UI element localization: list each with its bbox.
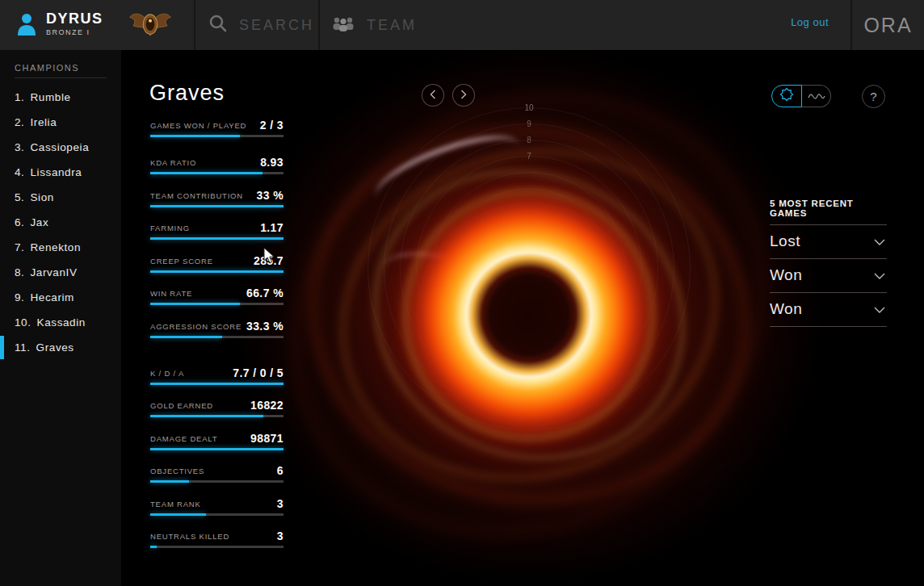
user-name: DYRUS	[46, 10, 103, 27]
chevron-down-icon	[874, 302, 885, 316]
team-label: TEAM	[367, 17, 417, 34]
radar-tick: 10	[518, 103, 540, 112]
user-rank: BRONZE I	[46, 28, 103, 36]
stat-bar-track	[150, 237, 284, 240]
stat-bar-track	[150, 383, 284, 385]
stat-bar-track	[150, 135, 284, 137]
stat-row-win-rate: WIN RATE66.7 %	[150, 287, 284, 305]
sidebar-item-cassiopeia[interactable]: 3.Cassiopeia	[0, 135, 121, 160]
team-button[interactable]: TEAM	[318, 0, 430, 50]
bronze-rank-badge-icon	[128, 7, 173, 46]
stat-row-aggression-score: AGGRESSION SCORE33.3 %	[150, 320, 284, 338]
stat-bar-fill	[150, 237, 284, 240]
active-item-indicator	[0, 336, 4, 359]
sidebar-item-jax[interactable]: 6.Jax	[0, 210, 121, 235]
main-content: 10 9 8 7 Graves GAMES WON / PLAYED2 / 3 …	[121, 50, 924, 586]
mouse-cursor	[263, 247, 275, 267]
stat-bar-track	[150, 448, 284, 450]
stat-bar-fill	[150, 336, 222, 338]
stat-bar-track	[150, 415, 284, 417]
recent-game-dropdown-2[interactable]: Won	[770, 259, 887, 293]
sidebar-item-sion[interactable]: 5.Sion	[0, 185, 121, 210]
champion-stats-list: GAMES WON / PLAYED2 / 3 KDA RATIO8.93 TE…	[150, 119, 284, 563]
next-champion-button[interactable]	[452, 84, 475, 107]
stat-bar-fill	[150, 270, 284, 273]
radar-chart-icon	[780, 88, 793, 104]
sidebar-item-jarvaniv[interactable]: 8.JarvanIV	[0, 260, 121, 285]
stat-bar-track	[150, 513, 284, 516]
stat-bar-track	[150, 303, 284, 305]
stat-row-objectives: OBJECTIVES6	[150, 465, 284, 483]
graph-view-button[interactable]	[802, 85, 831, 107]
stat-bar-fill	[150, 135, 240, 137]
stat-bar-track	[150, 270, 284, 273]
champions-sidebar: CHAMPIONS 1.Rumble 2.Irelia 3.Cassiopeia…	[0, 50, 121, 586]
stat-bar-fill	[150, 448, 284, 450]
stat-row-kda-ratio: KDA RATIO8.93	[150, 157, 284, 174]
stat-row-kda: K / D / A7.7 / 0 / 5	[150, 367, 284, 385]
team-icon	[331, 16, 355, 35]
stat-bar-track	[150, 172, 284, 174]
search-label: SEARCH	[239, 17, 314, 34]
search-button[interactable]: SEARCH	[194, 0, 318, 50]
stat-bar-fill	[150, 205, 284, 207]
sidebar-item-kassadin[interactable]: 10.Kassadin	[0, 310, 121, 335]
champion-title: Graves	[149, 81, 225, 106]
sidebar-item-irelia[interactable]: 2.Irelia	[0, 110, 121, 135]
stat-bar-fill	[150, 415, 263, 417]
stat-bar-fill	[150, 172, 262, 174]
stat-row-team-contribution: TEAM CONTRIBUTION33 %	[150, 190, 284, 207]
stat-bar-fill	[150, 480, 189, 483]
stat-row-gold-earned: GOLD EARNED16822	[150, 400, 284, 417]
help-button[interactable]: ?	[862, 85, 885, 108]
stat-bar-track	[150, 546, 284, 548]
sidebar-item-graves[interactable]: 11.Graves	[0, 335, 121, 360]
sidebar-item-lissandra[interactable]: 4.Lissandra	[0, 160, 121, 185]
stat-row-damage-dealt: DAMAGE DEALT98871	[150, 433, 284, 450]
stat-bar-fill	[150, 513, 206, 516]
chevron-left-icon	[430, 88, 436, 103]
stat-row-games-won-played: GAMES WON / PLAYED2 / 3	[150, 119, 284, 137]
radar-tick: 8	[518, 136, 540, 144]
previous-champion-button[interactable]	[422, 84, 444, 107]
sidebar-item-hecarim[interactable]: 9.Hecarim	[0, 285, 121, 310]
stat-bar-track	[150, 480, 284, 483]
sidebar-divider	[15, 77, 107, 78]
chevron-down-icon	[874, 268, 885, 283]
user-avatar-icon	[16, 11, 37, 40]
stat-bar-fill	[150, 303, 240, 305]
sidebar-item-renekton[interactable]: 7.Renekton	[0, 235, 121, 260]
sidebar-item-rumble[interactable]: 1.Rumble	[0, 85, 121, 110]
stat-bar-track	[150, 336, 284, 338]
stat-row-team-rank: TEAM RANK3	[150, 498, 284, 516]
chevron-down-icon	[874, 234, 885, 249]
stat-row-farming: FARMING1.17	[150, 222, 284, 240]
stat-bar-fill	[150, 546, 157, 548]
stat-bar-track	[150, 205, 284, 207]
radar-view-button[interactable]	[771, 85, 802, 107]
radar-tick: 7	[518, 152, 540, 161]
stat-row-neutrals-killed: NEUTRALS KILLED3	[150, 530, 284, 548]
view-toggle	[771, 85, 831, 107]
search-icon	[208, 14, 228, 36]
wave-line-icon	[808, 89, 825, 103]
brand-logo: ORA	[852, 0, 924, 50]
chevron-right-icon	[460, 88, 467, 103]
recent-games-panel: 5 MOST RECENT GAMES Lost Won Won	[770, 199, 887, 327]
recent-games-title: 5 MOST RECENT GAMES	[770, 199, 887, 225]
top-bar: DYRUS BRONZE I SEARCH TEAM Log out O	[0, 0, 924, 50]
recent-game-dropdown-1[interactable]: Lost	[770, 225, 887, 259]
recent-game-dropdown-3[interactable]: Won	[770, 293, 887, 327]
sidebar-title: CHAMPIONS	[15, 63, 121, 73]
stat-bar-fill	[150, 383, 284, 385]
radar-tick: 9	[518, 119, 540, 128]
logout-button[interactable]: Log out	[791, 16, 829, 28]
